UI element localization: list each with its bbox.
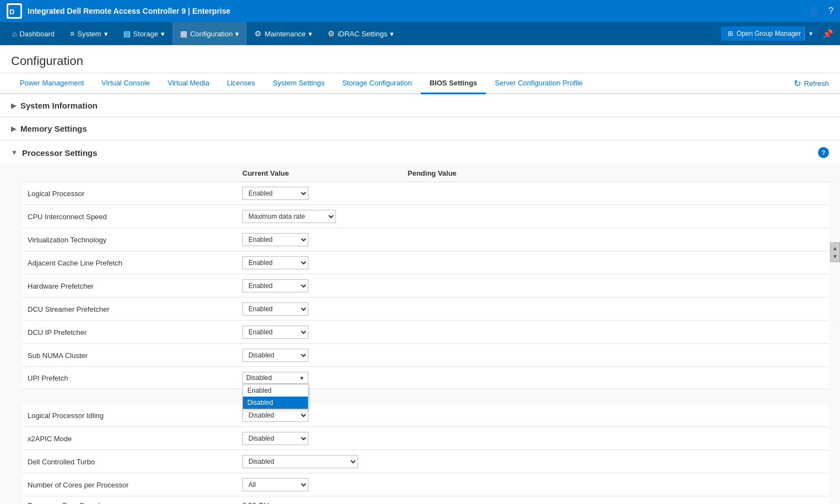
tab-storage-configuration[interactable]: Storage Configuration bbox=[333, 73, 420, 94]
select-adjacent-cache-line[interactable]: Enabled Disabled bbox=[242, 256, 308, 269]
scroll-down-button[interactable]: ▼ bbox=[831, 252, 839, 261]
pin-button[interactable]: 📌 bbox=[820, 26, 836, 41]
nav-item-maintenance[interactable]: ⚙ Maintenance ▾ bbox=[247, 22, 319, 45]
label-dell-controlled-turbo: Dell Controlled Turbo bbox=[22, 458, 242, 466]
current-hardware-prefetcher[interactable]: Enabled Disabled bbox=[242, 279, 408, 292]
value-processor-core-speed: 2.50 GHz bbox=[242, 501, 273, 504]
select-logical-processor-idling[interactable]: Disabled Enabled bbox=[242, 409, 308, 422]
section-system-info-header[interactable]: ▶ System Information bbox=[0, 94, 840, 117]
select-dcu-ip-prefetcher[interactable]: Enabled Disabled bbox=[242, 326, 308, 339]
nav-item-system[interactable]: ≡ System ▾ bbox=[62, 22, 116, 45]
current-x2apic-mode[interactable]: Disabled Enabled bbox=[242, 432, 408, 445]
current-processor-core-speed: 2.50 GHz bbox=[242, 501, 408, 504]
select-sub-numa-cluster[interactable]: Disabled Enabled bbox=[242, 349, 308, 362]
memory-title: Memory Settings bbox=[20, 124, 87, 133]
current-dcu-ip-prefetcher[interactable]: Enabled Disabled bbox=[242, 326, 408, 339]
current-adjacent-cache-line[interactable]: Enabled Disabled bbox=[242, 256, 408, 269]
open-group-manager-button[interactable]: ⊞ Open Group Manager ▾ bbox=[721, 26, 817, 41]
nav-item-storage[interactable]: ▤ Storage ▾ bbox=[116, 22, 173, 45]
system-dropdown-arrow: ▾ bbox=[104, 30, 108, 38]
row-dcu-ip-prefetcher: DCU IP Prefetcher Enabled Disabled bbox=[22, 321, 829, 344]
label-dcu-streamer-prefetcher: DCU Streamer Prefetcher bbox=[22, 305, 242, 313]
label-number-of-cores: Number of Cores per Processor bbox=[22, 481, 242, 489]
table-header-row: Current Value Pending Value bbox=[22, 165, 829, 182]
open-group-dropdown-arrow[interactable]: ▾ bbox=[804, 26, 817, 41]
storage-dropdown-arrow: ▾ bbox=[161, 30, 165, 38]
content-area: ▶ System Information ▶ Memory Settings ▼… bbox=[0, 94, 840, 504]
label-hardware-prefetcher: Hardware Prefetcher bbox=[22, 282, 242, 290]
help-icon[interactable]: ? bbox=[828, 6, 833, 16]
row-sub-numa-cluster: Sub NUMA Cluster Disabled Enabled bbox=[22, 344, 829, 367]
tab-power-management[interactable]: Power Management bbox=[11, 73, 93, 94]
tab-system-settings[interactable]: System Settings bbox=[264, 73, 333, 94]
nav-label-storage: Storage bbox=[133, 30, 159, 38]
header-current-col: Current Value bbox=[242, 169, 408, 177]
tab-licenses[interactable]: Licenses bbox=[218, 73, 264, 94]
current-cpu-interconnect-speed[interactable]: Maximum data rate 10.4 GT/s 9.6 GT/s bbox=[242, 210, 408, 223]
row-number-of-cores: Number of Cores per Processor All 1 2 4 bbox=[22, 474, 829, 496]
current-dell-controlled-turbo[interactable]: Disabled Dynamic Enabled bbox=[242, 455, 408, 468]
memory-chevron: ▶ bbox=[11, 125, 16, 133]
tab-server-config-profile[interactable]: Server Configuration Profile bbox=[486, 73, 592, 94]
row-hardware-prefetcher: Hardware Prefetcher Enabled Disabled bbox=[22, 275, 829, 297]
upi-option-enabled[interactable]: Enabled bbox=[243, 384, 308, 397]
nav-item-configuration[interactable]: ▦ Configuration ▾ bbox=[172, 22, 247, 45]
select-cpu-interconnect-speed[interactable]: Maximum data rate 10.4 GT/s 9.6 GT/s bbox=[242, 210, 336, 223]
scroll-indicator: ▲ ▼ bbox=[830, 242, 840, 262]
label-x2apic-mode: x2APIC Mode bbox=[22, 435, 242, 443]
label-upi-prefetch: UPI Prefetch bbox=[22, 374, 242, 382]
current-number-of-cores[interactable]: All 1 2 4 bbox=[242, 478, 408, 491]
user-icon[interactable]: 👤 bbox=[809, 6, 820, 17]
row-x2apic-mode: x2APIC Mode Disabled Enabled bbox=[22, 427, 829, 450]
current-dcu-streamer-prefetcher[interactable]: Enabled Disabled bbox=[242, 302, 408, 316]
storage-icon: ▤ bbox=[123, 29, 131, 38]
dell-logo: D bbox=[7, 3, 22, 19]
select-number-of-cores[interactable]: All 1 2 4 bbox=[242, 478, 308, 491]
system-info-chevron: ▶ bbox=[11, 102, 16, 110]
maintenance-dropdown-arrow: ▾ bbox=[308, 30, 312, 38]
current-logical-processor-idling[interactable]: Disabled Enabled bbox=[242, 409, 408, 422]
main-content: Configuration Power Management Virtual C… bbox=[0, 45, 840, 504]
current-upi-prefetch[interactable]: Disabled ▼ Enabled Disabled bbox=[242, 372, 408, 384]
row-virtualization-technology: Virtualization Technology Enabled Disabl… bbox=[22, 229, 829, 251]
tab-virtual-media[interactable]: Virtual Media bbox=[159, 73, 218, 94]
upi-prefetch-select-display[interactable]: Disabled ▼ bbox=[242, 372, 308, 384]
select-logical-processor[interactable]: Enabled Disabled bbox=[242, 187, 308, 200]
row-adjacent-cache-line: Adjacent Cache Line Prefetch Enabled Dis… bbox=[22, 252, 829, 274]
section-memory-settings: ▶ Memory Settings bbox=[0, 117, 840, 140]
select-dell-controlled-turbo[interactable]: Disabled Dynamic Enabled bbox=[242, 455, 358, 468]
refresh-icon: ↻ bbox=[794, 78, 801, 89]
maintenance-icon: ⚙ bbox=[254, 29, 262, 38]
header-label-col bbox=[22, 169, 242, 177]
section-memory-header[interactable]: ▶ Memory Settings bbox=[0, 117, 840, 140]
nav-item-idrac-settings[interactable]: ⚙ iDRAC Settings ▾ bbox=[320, 22, 402, 45]
open-group-label: Open Group Manager bbox=[736, 30, 801, 37]
select-dcu-streamer-prefetcher[interactable]: Enabled Disabled bbox=[242, 302, 308, 316]
processor-help-icon[interactable]: ? bbox=[818, 147, 829, 158]
select-hardware-prefetcher[interactable]: Enabled Disabled bbox=[242, 279, 308, 292]
label-sub-numa-cluster: Sub NUMA Cluster bbox=[22, 351, 242, 360]
top-bar-left: D Integrated Dell Remote Access Controll… bbox=[7, 3, 230, 19]
system-icon: ≡ bbox=[70, 29, 74, 38]
row-dell-controlled-turbo: Dell Controlled Turbo Disabled Dynamic E… bbox=[22, 451, 829, 473]
row-processor-core-speed: Processor Core Speed 2.50 GHz bbox=[22, 497, 829, 504]
current-virtualization-technology[interactable]: Enabled Disabled bbox=[242, 233, 408, 246]
current-logical-processor[interactable]: Enabled Disabled bbox=[242, 187, 408, 200]
current-sub-numa-cluster[interactable]: Disabled Enabled bbox=[242, 349, 408, 362]
select-virtualization-technology[interactable]: Enabled Disabled bbox=[242, 233, 308, 246]
configuration-dropdown-arrow: ▾ bbox=[235, 30, 239, 38]
nav-item-dashboard[interactable]: ⌂ Dashboard bbox=[4, 22, 62, 45]
select-x2apic-mode[interactable]: Disabled Enabled bbox=[242, 432, 308, 445]
refresh-label: Refresh bbox=[804, 79, 829, 88]
nav-label-dashboard: Dashboard bbox=[19, 30, 55, 38]
top-bar-right: 👤 ? bbox=[809, 6, 833, 17]
processor-chevron: ▼ bbox=[11, 149, 18, 156]
scroll-up-button[interactable]: ▲ bbox=[831, 244, 839, 252]
header-pending-col: Pending Value bbox=[408, 169, 829, 177]
section-processor-header[interactable]: ▼ Processor Settings ? bbox=[0, 140, 840, 165]
tab-bios-settings[interactable]: BIOS Settings bbox=[421, 73, 486, 94]
upi-option-disabled[interactable]: Disabled bbox=[243, 397, 308, 409]
nav-label-system: System bbox=[77, 30, 101, 38]
refresh-button[interactable]: ↻ Refresh bbox=[794, 78, 829, 89]
tab-virtual-console[interactable]: Virtual Console bbox=[93, 73, 159, 94]
